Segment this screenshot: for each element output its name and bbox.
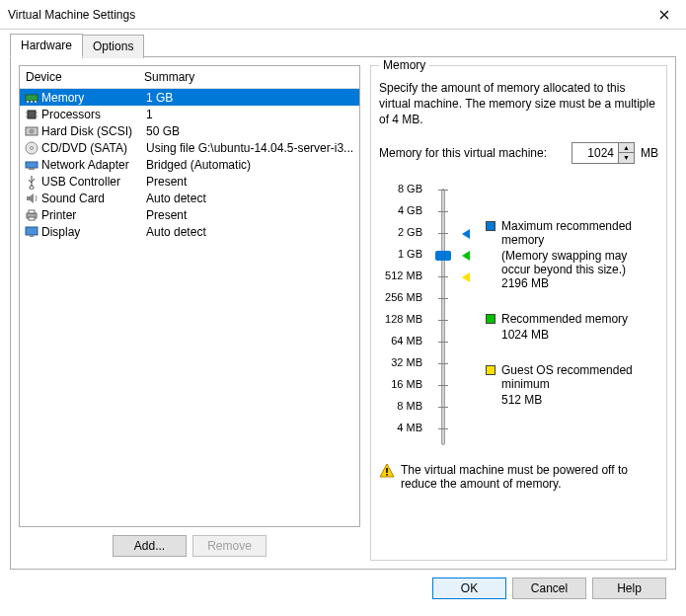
help-button[interactable]: Help <box>592 578 666 599</box>
legend-rec-color <box>486 314 495 324</box>
tab-content: Device Summary Memory 1 GB Processors 1 … <box>10 56 676 570</box>
tick-label: 8 MB <box>397 395 422 417</box>
titlebar: Virtual Machine Settings <box>0 0 686 30</box>
svg-rect-20 <box>386 468 388 473</box>
tab-options[interactable]: Options <box>82 35 144 58</box>
cancel-button[interactable]: Cancel <box>512 578 586 599</box>
device-name: USB Controller <box>41 175 140 189</box>
svg-rect-1 <box>27 101 29 103</box>
device-row-harddisk[interactable]: Hard Disk (SCSI) 50 GB <box>20 122 359 139</box>
device-row-network[interactable]: Network Adapter Bridged (Automatic) <box>20 156 359 173</box>
min-marker-icon <box>462 272 470 282</box>
device-name: Memory <box>41 91 140 105</box>
ok-button[interactable]: OK <box>432 578 506 599</box>
tab-hardware[interactable]: Hardware <box>10 34 83 57</box>
processor-icon <box>24 107 39 122</box>
tick-label: 16 MB <box>391 373 422 395</box>
legend-min-value: 512 MB <box>501 393 658 407</box>
spin-down[interactable]: ▼ <box>619 153 634 163</box>
device-summary: Using file G:\ubuntu-14.04.5-server-i3..… <box>140 141 355 155</box>
memory-description: Specify the amount of memory allocated t… <box>379 80 658 128</box>
spin-up[interactable]: ▲ <box>619 143 634 153</box>
device-name: Printer <box>41 208 140 222</box>
svg-rect-3 <box>35 101 37 103</box>
spin-buttons: ▲ ▼ <box>618 143 634 163</box>
device-summary: 50 GB <box>140 124 355 138</box>
device-row-usb[interactable]: USB Controller Present <box>20 173 359 190</box>
device-summary: Present <box>140 175 355 189</box>
memory-spinner: ▲ ▼ <box>572 142 635 164</box>
legend-max-label: Maximum recommended memory <box>501 219 658 247</box>
col-summary-header[interactable]: Summary <box>138 66 359 88</box>
add-button[interactable]: Add... <box>113 535 187 557</box>
network-icon <box>24 157 39 173</box>
svg-rect-2 <box>31 101 33 103</box>
tick-label: 8 GB <box>398 178 422 199</box>
memory-slider[interactable] <box>441 189 445 445</box>
tick-label: 2 GB <box>398 221 422 243</box>
memory-label: Memory for this virtual machine: <box>379 146 547 160</box>
svg-point-10 <box>30 128 35 133</box>
svg-rect-17 <box>29 217 35 220</box>
tick-label: 512 MB <box>385 265 422 286</box>
svg-rect-21 <box>386 474 388 476</box>
window-title: Virtual Machine Settings <box>8 8 135 22</box>
memory-warning: The virtual machine must be powered off … <box>379 463 658 491</box>
svg-rect-4 <box>28 111 36 118</box>
legend-column: Maximum recommended memory (Memory swapp… <box>458 178 658 445</box>
device-name: Network Adapter <box>41 158 140 172</box>
slider-thumb[interactable] <box>435 251 451 261</box>
col-device-header[interactable]: Device <box>20 66 138 88</box>
device-row-display[interactable]: Display Auto detect <box>20 223 359 240</box>
legend-rec-label: Recommended memory <box>501 312 628 326</box>
legend-rec-value: 1024 MB <box>501 328 658 342</box>
legend-max-value: 2196 MB <box>501 276 658 290</box>
left-panel: Device Summary Memory 1 GB Processors 1 … <box>19 65 360 561</box>
device-header: Device Summary <box>20 66 359 89</box>
remove-button: Remove <box>192 535 267 557</box>
legend-min-label: Guest OS recommended minimum <box>501 363 658 391</box>
tick-label: 64 MB <box>391 330 422 351</box>
max-marker-icon <box>462 229 470 239</box>
memory-input-row: Memory for this virtual machine: ▲ ▼ MB <box>379 142 658 164</box>
device-buttons: Add... Remove <box>19 527 360 561</box>
warning-text: The virtual machine must be powered off … <box>401 463 658 491</box>
tab-options-label: Options <box>93 39 133 53</box>
cddvd-icon <box>24 140 39 156</box>
tick-labels: 8 GB 4 GB 2 GB 1 GB 512 MB 256 MB 128 MB… <box>379 178 428 445</box>
device-name: Display <box>41 225 140 239</box>
device-row-sound[interactable]: Sound Card Auto detect <box>20 190 359 206</box>
tick-label: 128 MB <box>385 308 422 330</box>
display-icon <box>24 224 39 240</box>
slider-column <box>428 178 458 445</box>
device-row-printer[interactable]: Printer Present <box>20 206 359 223</box>
svg-rect-13 <box>26 162 38 168</box>
legend-max-note: (Memory swapping may occur beyond this s… <box>501 249 658 276</box>
device-name: Hard Disk (SCSI) <box>41 124 140 138</box>
device-row-cddvd[interactable]: CD/DVD (SATA) Using file G:\ubuntu-14.04… <box>20 139 359 156</box>
device-summary: Auto detect <box>140 225 355 239</box>
device-name: CD/DVD (SATA) <box>41 141 140 155</box>
memory-group-title: Memory <box>379 58 429 72</box>
device-summary: Auto detect <box>140 192 355 205</box>
device-summary: 1 <box>140 108 355 121</box>
sound-icon <box>24 191 39 206</box>
tick-label: 256 MB <box>385 286 422 308</box>
svg-rect-19 <box>30 235 34 237</box>
right-panel: Memory Specify the amount of memory allo… <box>370 65 667 561</box>
tick-label: 32 MB <box>391 351 422 373</box>
close-icon <box>659 10 669 20</box>
memory-slider-area: 8 GB 4 GB 2 GB 1 GB 512 MB 256 MB 128 MB… <box>379 178 658 445</box>
harddisk-icon <box>24 123 39 139</box>
memory-input[interactable] <box>572 146 618 160</box>
close-button[interactable] <box>642 0 686 30</box>
device-row-memory[interactable]: Memory 1 GB <box>20 89 359 106</box>
device-row-processors[interactable]: Processors 1 <box>20 106 359 122</box>
device-summary: 1 GB <box>140 91 355 105</box>
warning-icon <box>379 463 395 479</box>
rec-marker-icon <box>462 251 470 261</box>
svg-point-12 <box>31 146 34 149</box>
device-name: Processors <box>41 108 140 121</box>
legend-min-color <box>486 365 495 375</box>
tab-bar: Hardware Options <box>10 34 676 57</box>
